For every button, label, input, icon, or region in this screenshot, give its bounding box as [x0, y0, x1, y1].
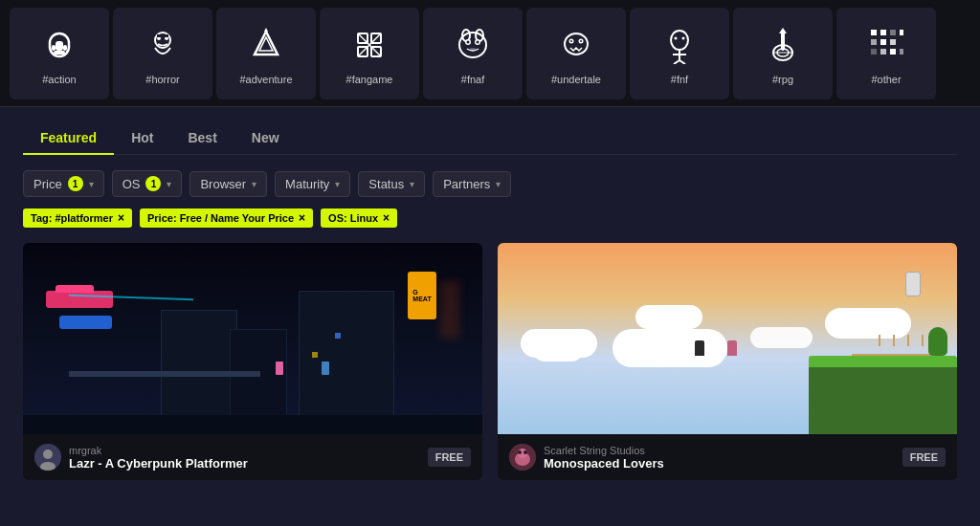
tag-action[interactable]: #action — [10, 8, 109, 99]
svg-rect-46 — [880, 30, 886, 35]
remove-tag-filter-icon[interactable]: × — [118, 211, 124, 225]
window-4 — [335, 333, 341, 339]
game-thumb-monospaced — [498, 243, 957, 434]
game-price-monospaced: FREE — [902, 448, 946, 467]
platform-base — [809, 367, 957, 434]
building-3 — [299, 291, 394, 434]
tag-undertale-label: #undertale — [551, 74, 601, 85]
os-chevron-icon: ▾ — [167, 179, 171, 189]
tag-other[interactable]: #other — [836, 8, 936, 99]
tag-horror-label: #horror — [145, 74, 179, 85]
ground — [23, 415, 482, 434]
tag-adventure[interactable]: #adventure — [216, 8, 316, 99]
character-1 — [695, 340, 704, 356]
svg-point-63 — [523, 450, 527, 454]
tag-rpg[interactable]: #rpg — [733, 8, 833, 99]
svg-point-26 — [477, 40, 479, 43]
adventure-icon — [243, 22, 289, 68]
game-info-lazr: mrgrak Lazr - A Cyberpunk Platformer FRE… — [23, 434, 482, 480]
cp-vehicle — [46, 291, 113, 308]
filter-status-label: Status — [368, 177, 404, 191]
svg-rect-47 — [890, 30, 896, 35]
filter-partners-label: Partners — [443, 177, 490, 191]
svg-rect-52 — [871, 49, 877, 55]
tree — [928, 327, 947, 356]
filter-partners[interactable]: Partners ▾ — [433, 171, 511, 197]
cloud-4 — [635, 305, 702, 329]
active-filter-tag[interactable]: Tag: #platformer × — [23, 208, 132, 228]
tag-fnaf[interactable]: #fnaf — [423, 8, 523, 99]
active-filter-tag-label: Tag: #platformer — [31, 212, 113, 224]
active-filter-os[interactable]: OS: Linux × — [321, 208, 397, 228]
game-title-monospaced: Monospaced Lovers — [544, 456, 664, 471]
game-price-lazr: FREE — [428, 448, 471, 467]
window-3 — [312, 352, 318, 358]
filter-price-label: Price — [33, 177, 62, 191]
tag-fangame-label: #fangame — [346, 74, 393, 85]
tab-new[interactable]: New — [234, 122, 297, 155]
svg-point-62 — [518, 450, 522, 454]
fnaf-icon — [450, 22, 496, 68]
svg-rect-54 — [890, 49, 896, 55]
svg-point-38 — [675, 36, 678, 39]
tag-adventure-label: #adventure — [239, 74, 292, 85]
remove-os-filter-icon[interactable]: × — [383, 211, 390, 225]
svg-rect-51 — [890, 39, 896, 45]
svg-point-20 — [459, 33, 486, 57]
author-avatar-lazr — [34, 444, 61, 471]
tab-hot[interactable]: Hot — [114, 122, 170, 155]
game-card-lazr[interactable]: GMEAT mrgrak — [23, 243, 482, 480]
tag-horror[interactable]: #horror — [113, 8, 212, 99]
tag-fnf[interactable]: #fnf — [630, 8, 729, 99]
game-title-lazr: Lazr - A Cyberpunk Platformer — [69, 456, 248, 471]
other-icon — [863, 22, 909, 68]
game-card-monospaced[interactable]: Scarlet String Studios Monospaced Lovers… — [498, 243, 957, 480]
filter-status[interactable]: Status ▾ — [358, 171, 425, 197]
svg-rect-55 — [900, 49, 903, 55]
filter-os[interactable]: OS 1 ▾ — [112, 170, 183, 197]
svg-line-37 — [679, 60, 685, 64]
svg-rect-48 — [900, 30, 903, 35]
fence-post-2 — [922, 335, 924, 346]
filter-price[interactable]: Price 1 ▾ — [23, 170, 104, 197]
tabs-bar: Featured Hot Best New — [23, 122, 957, 155]
svg-rect-2 — [52, 45, 56, 51]
author-details-lazr: mrgrak Lazr - A Cyberpunk Platformer — [69, 445, 248, 471]
tag-fangame[interactable]: #fangame — [320, 8, 419, 99]
game-thumb-lazr: GMEAT — [23, 243, 482, 434]
games-grid: GMEAT mrgrak — [23, 243, 957, 480]
cloud-1b — [534, 342, 582, 362]
svg-line-36 — [674, 60, 679, 64]
svg-point-57 — [43, 449, 53, 459]
price-chevron-icon: ▾ — [89, 179, 94, 189]
filter-price-badge: 1 — [68, 176, 83, 191]
author-name-monospaced: Scarlet String Studios — [544, 445, 664, 456]
svg-rect-9 — [165, 34, 168, 37]
active-filters: Tag: #platformer × Price: Free / Name Yo… — [23, 208, 957, 228]
svg-rect-3 — [63, 45, 67, 51]
svg-rect-4 — [54, 51, 65, 55]
filter-maturity[interactable]: Maturity ▾ — [275, 171, 350, 197]
tags-bar: #action #horror #adventure — [0, 0, 980, 107]
svg-rect-27 — [470, 48, 476, 51]
fence-post-4 — [893, 335, 895, 346]
partners-chevron-icon: ▾ — [496, 179, 501, 189]
cloud-5 — [750, 327, 813, 348]
cloud-2 — [612, 329, 727, 367]
remove-price-filter-icon[interactable]: × — [299, 211, 305, 225]
author-name-lazr: mrgrak — [69, 445, 248, 456]
tag-undertale[interactable]: #undertale — [526, 8, 626, 99]
filter-browser[interactable]: Browser ▾ — [189, 171, 267, 197]
filter-os-badge: 1 — [145, 176, 161, 191]
tab-best[interactable]: Best — [170, 122, 234, 155]
svg-point-39 — [682, 36, 685, 39]
fence-post-3 — [907, 335, 909, 346]
cloud-3 — [825, 308, 911, 339]
svg-rect-8 — [157, 34, 161, 37]
platform-top — [809, 356, 957, 367]
tab-featured[interactable]: Featured — [23, 122, 114, 155]
fence-post-5 — [879, 335, 880, 346]
active-filter-price[interactable]: Price: Free / Name Your Price × — [140, 208, 313, 228]
game-author-lazr: mrgrak Lazr - A Cyberpunk Platformer — [34, 444, 248, 471]
svg-rect-53 — [880, 49, 886, 55]
